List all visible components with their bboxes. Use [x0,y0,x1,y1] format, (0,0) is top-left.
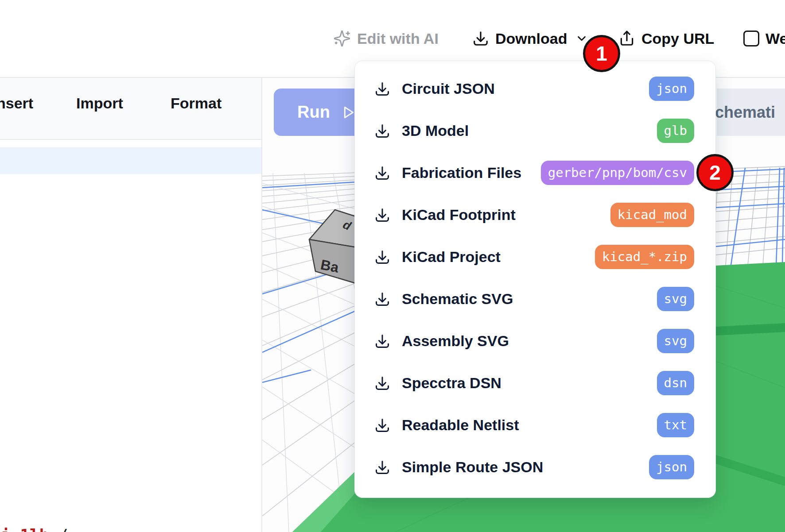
download-icon [374,417,390,433]
menu-item-label: Assembly SVG [402,332,657,350]
code-fragment-red: i 1lb [1,526,49,532]
download-icon [374,123,390,139]
download-icon [374,291,390,307]
sparkles-icon [333,30,351,47]
code-editor-panel: nsert Import Format i 1lb / [0,78,262,532]
menu-item-label: Schematic SVG [402,290,657,308]
download-icon [374,207,390,223]
editor-active-line-highlight[interactable] [0,147,261,174]
download-icon [374,81,390,97]
menu-item-fabrication-files[interactable]: Fabrication Files gerber/pnp/bom/csv [355,152,715,194]
file-type-badge: svg [657,329,694,353]
app-window: d Ba chemati Run nsert Import Format i 1… [0,0,785,532]
editor-menubar: nsert Import Format [0,78,261,140]
download-icon [374,459,390,475]
menu-item-label: Specctra DSN [402,374,657,392]
download-icon [374,249,390,265]
menu-item-label: Readable Netlist [402,416,657,434]
file-type-badge: json [649,77,694,101]
file-type-badge: json [649,455,694,479]
menu-item-label: KiCad Project [402,248,595,266]
code-fragment-slash: / [58,526,68,532]
menubar-item-import[interactable]: Import [76,95,123,112]
menu-item-circuit-json[interactable]: Circuit JSON json [355,68,715,110]
menu-item-readable-netlist[interactable]: Readable Netlist txt [355,404,715,446]
webview-toggle[interactable]: We [743,0,785,77]
share-icon [618,30,635,47]
menu-item-label: Circuit JSON [402,80,649,97]
menu-item-kicad-footprint[interactable]: KiCad Footprint kicad_mod [355,194,715,236]
play-icon [339,104,357,121]
menubar-item-insert[interactable]: nsert [0,95,33,112]
download-icon [374,375,390,391]
file-type-badge: svg [657,287,694,311]
edit-with-ai-label: Edit with AI [357,30,439,47]
menu-item-assembly-svg[interactable]: Assembly SVG svg [355,320,715,362]
file-type-badge: glb [657,119,694,143]
copy-url-label: Copy URL [641,30,714,47]
download-dropdown-menu: Circuit JSON json 3D Model glb Fabricati… [354,61,716,498]
file-type-badge: dsn [657,371,694,395]
box-front-label: Ba [319,257,340,276]
file-type-badge: gerber/pnp/bom/csv [541,161,694,185]
download-label: Download [495,30,567,47]
code-fragment: i 1lb / [1,526,68,532]
menu-item-3d-model[interactable]: 3D Model glb [355,110,715,152]
menu-item-specctra-dsn[interactable]: Specctra DSN dsn [355,362,715,404]
file-type-badge: kicad_*.zip [595,245,694,269]
menu-item-simple-route-json[interactable]: Simple Route JSON json [355,446,715,488]
menu-item-kicad-project[interactable]: KiCad Project kicad_*.zip [355,236,715,278]
menubar-item-format[interactable]: Format [171,95,222,112]
menu-item-label: 3D Model [402,122,657,139]
menu-item-label: Simple Route JSON [402,459,649,476]
file-type-badge: txt [657,413,694,437]
menu-item-label: Fabrication Files [402,164,541,181]
menu-item-label: KiCad Footprint [402,206,610,224]
tab-schematic-fragment[interactable]: chemati [717,89,785,136]
download-icon [374,165,390,181]
download-icon [374,333,390,349]
checkbox-icon[interactable] [743,31,759,46]
download-icon [472,30,489,47]
annotation-step-2-badge: 2 [696,154,734,191]
menu-item-schematic-svg[interactable]: Schematic SVG svg [355,278,715,320]
annotation-step-1-badge: 1 [583,35,620,72]
tab-schematic-label: chemati [715,103,775,122]
run-button-label: Run [297,103,330,122]
file-type-badge: kicad_mod [610,203,694,227]
webview-label-fragment: We [766,30,785,47]
